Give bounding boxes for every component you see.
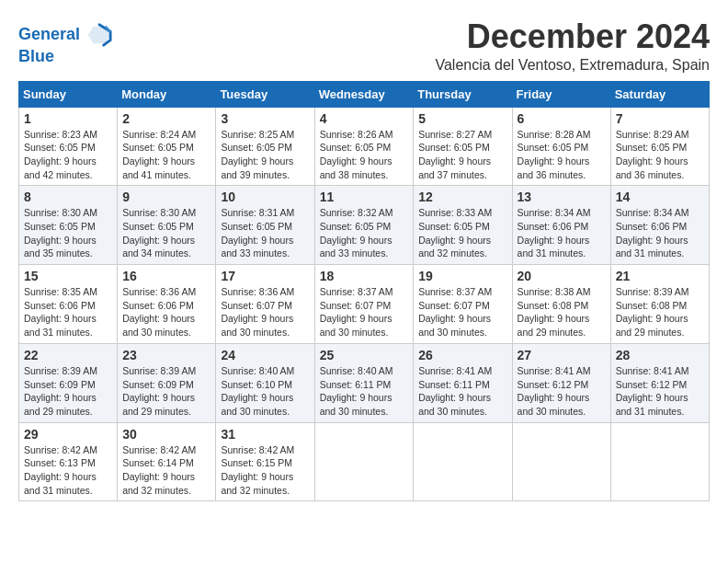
day-info: Sunrise: 8:41 AMSunset: 6:11 PMDaylight:… (418, 365, 492, 417)
calendar-cell: 7 Sunrise: 8:29 AMSunset: 6:05 PMDayligh… (610, 107, 709, 186)
calendar-cell: 14 Sunrise: 8:34 AMSunset: 6:06 PMDaylig… (610, 186, 709, 265)
calendar-cell: 26 Sunrise: 8:41 AMSunset: 6:11 PMDaylig… (414, 343, 512, 422)
calendar-cell: 24 Sunrise: 8:40 AMSunset: 6:10 PMDaylig… (216, 343, 314, 422)
day-number: 19 (418, 269, 506, 283)
calendar-table: SundayMondayTuesdayWednesdayThursdayFrid… (18, 81, 710, 502)
calendar-cell: 8 Sunrise: 8:30 AMSunset: 6:05 PMDayligh… (19, 186, 118, 265)
day-number: 30 (122, 427, 210, 442)
calendar-cell: 3 Sunrise: 8:25 AMSunset: 6:05 PMDayligh… (216, 107, 314, 186)
day-number: 28 (616, 348, 704, 362)
weekday-header-wednesday: Wednesday (314, 81, 414, 107)
day-info: Sunrise: 8:33 AMSunset: 6:05 PMDaylight:… (418, 207, 492, 259)
logo: General Blue (18, 22, 112, 66)
day-info: Sunrise: 8:41 AMSunset: 6:12 PMDaylight:… (616, 365, 689, 417)
weekday-header-sunday: Sunday (19, 81, 118, 107)
day-number: 3 (221, 111, 309, 126)
day-info: Sunrise: 8:39 AMSunset: 6:09 PMDaylight:… (122, 365, 196, 417)
day-number: 1 (24, 111, 112, 126)
day-number: 21 (616, 269, 704, 283)
calendar-cell: 25 Sunrise: 8:40 AMSunset: 6:11 PMDaylig… (314, 343, 414, 422)
calendar-cell: 4 Sunrise: 8:26 AMSunset: 6:05 PMDayligh… (314, 107, 414, 186)
calendar-cell: 6 Sunrise: 8:28 AMSunset: 6:05 PMDayligh… (512, 107, 610, 186)
day-number: 5 (418, 111, 506, 126)
calendar-cell (314, 422, 414, 501)
day-info: Sunrise: 8:37 AMSunset: 6:07 PMDaylight:… (418, 286, 492, 338)
calendar-cell: 20 Sunrise: 8:38 AMSunset: 6:08 PMDaylig… (512, 265, 610, 344)
day-number: 27 (518, 348, 606, 362)
day-number: 18 (320, 269, 409, 283)
logo-text: General (18, 22, 112, 48)
calendar-cell (512, 422, 610, 501)
calendar-cell: 28 Sunrise: 8:41 AMSunset: 6:12 PMDaylig… (610, 343, 709, 422)
logo-blue-text: Blue (18, 48, 112, 66)
weekday-header-tuesday: Tuesday (216, 81, 314, 107)
calendar-cell: 5 Sunrise: 8:27 AMSunset: 6:05 PMDayligh… (414, 107, 512, 186)
day-info: Sunrise: 8:39 AMSunset: 6:08 PMDaylight:… (616, 286, 689, 338)
day-number: 6 (518, 111, 606, 126)
day-info: Sunrise: 8:25 AMSunset: 6:05 PMDaylight:… (221, 129, 294, 180)
calendar-cell: 1 Sunrise: 8:23 AMSunset: 6:05 PMDayligh… (19, 107, 118, 186)
calendar-cell: 9 Sunrise: 8:30 AMSunset: 6:05 PMDayligh… (118, 186, 216, 265)
day-info: Sunrise: 8:32 AMSunset: 6:05 PMDaylight:… (320, 207, 393, 259)
day-number: 24 (221, 348, 309, 362)
calendar-cell: 18 Sunrise: 8:37 AMSunset: 6:07 PMDaylig… (314, 265, 414, 344)
day-info: Sunrise: 8:42 AMSunset: 6:14 PMDaylight:… (122, 444, 196, 496)
day-info: Sunrise: 8:35 AMSunset: 6:06 PMDaylight:… (24, 286, 97, 338)
day-info: Sunrise: 8:40 AMSunset: 6:10 PMDaylight:… (221, 365, 294, 417)
calendar-cell (414, 422, 512, 501)
weekday-header-thursday: Thursday (414, 81, 512, 107)
day-number: 14 (616, 190, 704, 204)
calendar-cell: 22 Sunrise: 8:39 AMSunset: 6:09 PMDaylig… (19, 343, 118, 422)
day-number: 2 (122, 111, 210, 126)
day-info: Sunrise: 8:38 AMSunset: 6:08 PMDaylight:… (518, 286, 591, 338)
day-number: 10 (221, 190, 309, 204)
day-info: Sunrise: 8:30 AMSunset: 6:05 PMDaylight:… (24, 207, 97, 259)
calendar-cell: 10 Sunrise: 8:31 AMSunset: 6:05 PMDaylig… (216, 186, 314, 265)
calendar-cell: 31 Sunrise: 8:42 AMSunset: 6:15 PMDaylig… (216, 422, 314, 501)
calendar-cell: 15 Sunrise: 8:35 AMSunset: 6:06 PMDaylig… (19, 265, 118, 344)
day-number: 7 (616, 111, 704, 126)
day-info: Sunrise: 8:27 AMSunset: 6:05 PMDaylight:… (418, 129, 492, 180)
calendar-cell: 19 Sunrise: 8:37 AMSunset: 6:07 PMDaylig… (414, 265, 512, 344)
day-number: 16 (122, 269, 210, 283)
calendar-cell: 11 Sunrise: 8:32 AMSunset: 6:05 PMDaylig… (314, 186, 414, 265)
day-number: 23 (122, 348, 210, 362)
day-number: 29 (24, 427, 112, 442)
title-area: December 2024 Valencia del Ventoso, Extr… (435, 18, 710, 74)
day-number: 26 (418, 348, 506, 362)
calendar-cell (610, 422, 709, 501)
month-year: December 2024 (435, 18, 710, 55)
day-info: Sunrise: 8:36 AMSunset: 6:06 PMDaylight:… (122, 286, 196, 338)
location: Valencia del Ventoso, Extremadura, Spain (435, 57, 710, 74)
day-number: 15 (24, 269, 112, 283)
day-number: 9 (122, 190, 210, 204)
day-number: 25 (320, 348, 409, 362)
calendar-cell: 12 Sunrise: 8:33 AMSunset: 6:05 PMDaylig… (414, 186, 512, 265)
calendar-cell: 21 Sunrise: 8:39 AMSunset: 6:08 PMDaylig… (610, 265, 709, 344)
day-number: 12 (418, 190, 506, 204)
day-number: 13 (518, 190, 606, 204)
day-info: Sunrise: 8:28 AMSunset: 6:05 PMDaylight:… (518, 129, 591, 180)
day-info: Sunrise: 8:36 AMSunset: 6:07 PMDaylight:… (221, 286, 294, 338)
day-info: Sunrise: 8:40 AMSunset: 6:11 PMDaylight:… (320, 365, 393, 417)
day-info: Sunrise: 8:37 AMSunset: 6:07 PMDaylight:… (320, 286, 393, 338)
weekday-header-friday: Friday (512, 81, 610, 107)
calendar-cell: 16 Sunrise: 8:36 AMSunset: 6:06 PMDaylig… (118, 265, 216, 344)
day-info: Sunrise: 8:42 AMSunset: 6:15 PMDaylight:… (221, 444, 294, 496)
weekday-header-saturday: Saturday (610, 81, 709, 107)
day-info: Sunrise: 8:26 AMSunset: 6:05 PMDaylight:… (320, 129, 393, 180)
day-info: Sunrise: 8:31 AMSunset: 6:05 PMDaylight:… (221, 207, 294, 259)
day-number: 22 (24, 348, 112, 362)
calendar-cell: 13 Sunrise: 8:34 AMSunset: 6:06 PMDaylig… (512, 186, 610, 265)
calendar-cell: 17 Sunrise: 8:36 AMSunset: 6:07 PMDaylig… (216, 265, 314, 344)
calendar-cell: 2 Sunrise: 8:24 AMSunset: 6:05 PMDayligh… (118, 107, 216, 186)
day-info: Sunrise: 8:34 AMSunset: 6:06 PMDaylight:… (518, 207, 591, 259)
day-number: 8 (24, 190, 112, 204)
calendar-cell: 30 Sunrise: 8:42 AMSunset: 6:14 PMDaylig… (118, 422, 216, 501)
day-number: 31 (221, 427, 309, 442)
day-number: 17 (221, 269, 309, 283)
header: General Blue December 2024 Valencia del … (18, 18, 710, 74)
day-info: Sunrise: 8:30 AMSunset: 6:05 PMDaylight:… (122, 207, 196, 259)
calendar-cell: 27 Sunrise: 8:41 AMSunset: 6:12 PMDaylig… (512, 343, 610, 422)
day-info: Sunrise: 8:34 AMSunset: 6:06 PMDaylight:… (616, 207, 689, 259)
